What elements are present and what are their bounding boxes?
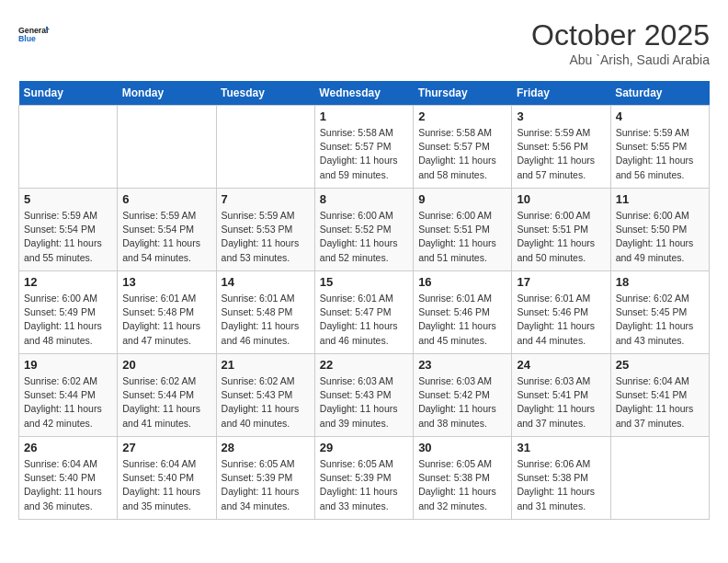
day-cell: 26Sunrise: 6:04 AMSunset: 5:40 PMDayligh… xyxy=(19,437,118,520)
day-cell xyxy=(19,106,118,189)
day-info: Sunrise: 5:59 AMSunset: 5:53 PMDaylight:… xyxy=(222,209,310,265)
day-info: Sunrise: 6:02 AMSunset: 5:44 PMDaylight:… xyxy=(24,374,112,431)
day-info: Sunrise: 6:01 AMSunset: 5:46 PMDaylight:… xyxy=(517,292,605,348)
day-number: 3 xyxy=(517,109,605,123)
header-friday: Friday xyxy=(512,81,610,106)
day-info: Sunrise: 5:58 AMSunset: 5:57 PMDaylight:… xyxy=(320,126,408,182)
logo-icon: General Blue xyxy=(18,18,50,50)
day-cell: 21Sunrise: 6:02 AMSunset: 5:43 PMDayligh… xyxy=(216,354,314,437)
day-cell: 10Sunrise: 6:00 AMSunset: 5:51 PMDayligh… xyxy=(512,189,610,271)
location-subtitle: Abu `Arish, Saudi Arabia xyxy=(531,52,710,67)
header-thursday: Thursday xyxy=(414,81,512,106)
day-number: 19 xyxy=(24,358,112,372)
day-number: 26 xyxy=(24,441,112,454)
day-number: 29 xyxy=(320,441,408,454)
day-cell xyxy=(118,106,216,189)
day-info: Sunrise: 5:59 AMSunset: 5:54 PMDaylight:… xyxy=(122,209,210,265)
title-area: October 2025 Abu `Arish, Saudi Arabia xyxy=(531,18,710,67)
day-number: 30 xyxy=(418,441,506,454)
week-row-4: 19Sunrise: 6:02 AMSunset: 5:44 PMDayligh… xyxy=(19,354,710,437)
day-cell: 25Sunrise: 6:04 AMSunset: 5:41 PMDayligh… xyxy=(610,354,709,437)
day-info: Sunrise: 6:03 AMSunset: 5:41 PMDaylight:… xyxy=(517,374,605,431)
day-number: 11 xyxy=(616,192,704,206)
day-cell: 14Sunrise: 6:01 AMSunset: 5:48 PMDayligh… xyxy=(216,271,314,354)
day-cell: 5Sunrise: 5:59 AMSunset: 5:54 PMDaylight… xyxy=(19,189,118,271)
day-info: Sunrise: 5:58 AMSunset: 5:57 PMDaylight:… xyxy=(418,126,506,182)
header-wednesday: Wednesday xyxy=(314,81,413,106)
day-cell xyxy=(216,106,314,189)
header-tuesday: Tuesday xyxy=(216,81,314,106)
day-cell: 1Sunrise: 5:58 AMSunset: 5:57 PMDaylight… xyxy=(314,106,413,189)
header-monday: Monday xyxy=(118,81,216,106)
day-cell: 30Sunrise: 6:05 AMSunset: 5:38 PMDayligh… xyxy=(414,437,512,520)
week-row-2: 5Sunrise: 5:59 AMSunset: 5:54 PMDaylight… xyxy=(19,189,710,271)
header-sunday: Sunday xyxy=(19,81,118,106)
day-cell: 27Sunrise: 6:04 AMSunset: 5:40 PMDayligh… xyxy=(118,437,216,520)
day-info: Sunrise: 6:01 AMSunset: 5:48 PMDaylight:… xyxy=(122,292,210,348)
day-info: Sunrise: 6:00 AMSunset: 5:51 PMDaylight:… xyxy=(418,209,506,265)
day-number: 17 xyxy=(517,275,605,289)
day-number: 6 xyxy=(122,192,210,206)
day-number: 24 xyxy=(517,358,605,372)
day-info: Sunrise: 6:05 AMSunset: 5:38 PMDaylight:… xyxy=(418,457,506,513)
day-number: 7 xyxy=(222,192,310,206)
day-cell: 13Sunrise: 6:01 AMSunset: 5:48 PMDayligh… xyxy=(118,271,216,354)
day-info: Sunrise: 6:02 AMSunset: 5:44 PMDaylight:… xyxy=(122,374,210,431)
day-info: Sunrise: 6:00 AMSunset: 5:51 PMDaylight:… xyxy=(517,209,605,265)
day-number: 23 xyxy=(418,358,506,372)
week-row-5: 26Sunrise: 6:04 AMSunset: 5:40 PMDayligh… xyxy=(19,437,710,520)
day-number: 13 xyxy=(122,275,210,289)
day-info: Sunrise: 5:59 AMSunset: 5:56 PMDaylight:… xyxy=(517,126,605,182)
day-cell: 17Sunrise: 6:01 AMSunset: 5:46 PMDayligh… xyxy=(512,271,610,354)
day-cell: 4Sunrise: 5:59 AMSunset: 5:55 PMDaylight… xyxy=(610,106,709,189)
day-number: 16 xyxy=(418,275,506,289)
day-info: Sunrise: 6:04 AMSunset: 5:40 PMDaylight:… xyxy=(24,457,112,513)
day-info: Sunrise: 6:00 AMSunset: 5:50 PMDaylight:… xyxy=(616,209,704,265)
day-cell: 18Sunrise: 6:02 AMSunset: 5:45 PMDayligh… xyxy=(610,271,709,354)
day-cell: 20Sunrise: 6:02 AMSunset: 5:44 PMDayligh… xyxy=(118,354,216,437)
day-cell: 7Sunrise: 5:59 AMSunset: 5:53 PMDaylight… xyxy=(216,189,314,271)
day-number: 4 xyxy=(616,109,704,123)
day-cell: 31Sunrise: 6:06 AMSunset: 5:38 PMDayligh… xyxy=(512,437,610,520)
day-cell: 19Sunrise: 6:02 AMSunset: 5:44 PMDayligh… xyxy=(19,354,118,437)
day-number: 15 xyxy=(320,275,408,289)
day-cell: 15Sunrise: 6:01 AMSunset: 5:47 PMDayligh… xyxy=(314,271,413,354)
day-info: Sunrise: 6:05 AMSunset: 5:39 PMDaylight:… xyxy=(222,457,310,513)
day-cell: 6Sunrise: 5:59 AMSunset: 5:54 PMDaylight… xyxy=(118,189,216,271)
day-number: 31 xyxy=(517,441,605,454)
page-header: General Blue October 2025 Abu `Arish, Sa… xyxy=(18,18,710,67)
svg-text:Blue: Blue xyxy=(18,34,36,43)
day-number: 2 xyxy=(418,109,506,123)
day-number: 25 xyxy=(616,358,704,372)
day-number: 20 xyxy=(122,358,210,372)
day-info: Sunrise: 6:05 AMSunset: 5:39 PMDaylight:… xyxy=(320,457,408,513)
day-cell: 23Sunrise: 6:03 AMSunset: 5:42 PMDayligh… xyxy=(414,354,512,437)
day-cell xyxy=(610,437,709,520)
day-info: Sunrise: 6:03 AMSunset: 5:42 PMDaylight:… xyxy=(418,374,506,431)
day-info: Sunrise: 6:04 AMSunset: 5:41 PMDaylight:… xyxy=(616,374,704,431)
calendar-table: SundayMondayTuesdayWednesdayThursdayFrid… xyxy=(18,81,710,520)
day-cell: 28Sunrise: 6:05 AMSunset: 5:39 PMDayligh… xyxy=(216,437,314,520)
month-title: October 2025 xyxy=(531,18,710,52)
header-saturday: Saturday xyxy=(610,81,709,106)
day-info: Sunrise: 6:01 AMSunset: 5:46 PMDaylight:… xyxy=(418,292,506,348)
day-cell: 12Sunrise: 6:00 AMSunset: 5:49 PMDayligh… xyxy=(19,271,118,354)
day-info: Sunrise: 6:01 AMSunset: 5:48 PMDaylight:… xyxy=(222,292,310,348)
day-number: 10 xyxy=(517,192,605,206)
day-cell: 9Sunrise: 6:00 AMSunset: 5:51 PMDaylight… xyxy=(414,189,512,271)
day-info: Sunrise: 5:59 AMSunset: 5:54 PMDaylight:… xyxy=(24,209,112,265)
day-cell: 2Sunrise: 5:58 AMSunset: 5:57 PMDaylight… xyxy=(414,106,512,189)
day-number: 28 xyxy=(222,441,310,454)
day-info: Sunrise: 6:03 AMSunset: 5:43 PMDaylight:… xyxy=(320,374,408,431)
day-info: Sunrise: 6:00 AMSunset: 5:52 PMDaylight:… xyxy=(320,209,408,265)
day-info: Sunrise: 5:59 AMSunset: 5:55 PMDaylight:… xyxy=(616,126,704,182)
day-info: Sunrise: 6:02 AMSunset: 5:43 PMDaylight:… xyxy=(222,374,310,431)
day-number: 5 xyxy=(24,192,112,206)
day-info: Sunrise: 6:04 AMSunset: 5:40 PMDaylight:… xyxy=(122,457,210,513)
day-cell: 3Sunrise: 5:59 AMSunset: 5:56 PMDaylight… xyxy=(512,106,610,189)
day-number: 1 xyxy=(320,109,408,123)
day-info: Sunrise: 6:06 AMSunset: 5:38 PMDaylight:… xyxy=(517,457,605,513)
day-number: 22 xyxy=(320,358,408,372)
logo: General Blue xyxy=(18,18,50,50)
week-row-1: 1Sunrise: 5:58 AMSunset: 5:57 PMDaylight… xyxy=(19,106,710,189)
